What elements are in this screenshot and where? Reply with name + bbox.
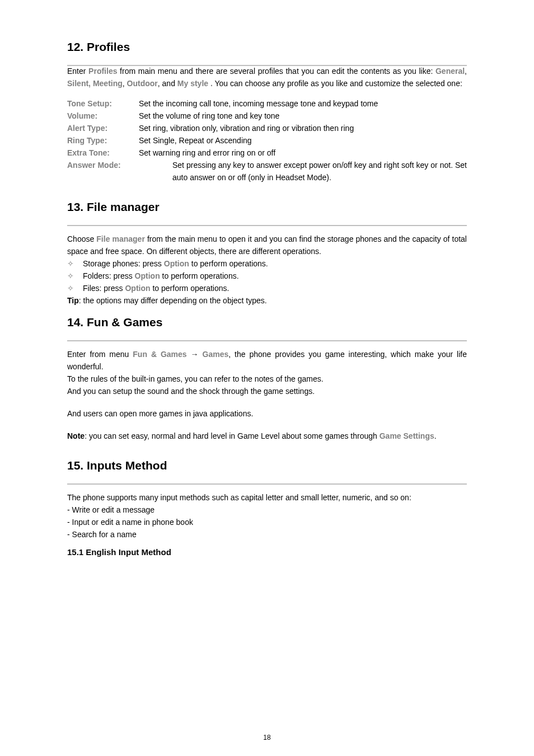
note-label: Note	[67, 431, 85, 440]
def-row-extra-tone: Extra Tone: Set warning ring and error r…	[67, 147, 467, 159]
section-15-l1: - Write or edit a message	[67, 504, 467, 516]
bullet-files: Files: press Option to perform operation…	[67, 282, 467, 294]
text: ,	[123, 79, 127, 88]
def-label: Alert Type:	[67, 122, 139, 134]
section-14-title: 14. Fun & Games	[67, 316, 467, 331]
keyword-option: Option	[135, 271, 160, 280]
def-label: Extra Tone:	[67, 147, 139, 159]
text: from main menu and there are several pro…	[117, 67, 435, 76]
def-value: Set Single, Repeat or Ascending	[139, 134, 467, 147]
keyword-profiles: Profiles	[88, 67, 117, 76]
text: to perform operations.	[189, 259, 268, 268]
def-row-answer-mode: Answer Mode: Set pressing any key to ans…	[67, 159, 467, 184]
section-14-p3: And you can setup the sound and the shoc…	[67, 385, 467, 397]
def-row-alert-type: Alert Type: Set ring, vibration only, vi…	[67, 122, 467, 134]
text: , and	[158, 79, 177, 88]
text: to perform operations.	[151, 284, 229, 293]
def-label: Tone Setup:	[67, 97, 139, 110]
text: You can choose any profile as you like a…	[213, 79, 462, 88]
def-label: Volume:	[67, 110, 139, 122]
section-15-1-title: 15.1 English Input Method	[67, 547, 467, 557]
section-13-rule	[67, 225, 467, 226]
section-13-para: Choose File manager from the main menu t…	[67, 233, 467, 257]
keyword-silent-meeting: Silent, Meeting	[67, 79, 123, 88]
def-label: Ring Type:	[67, 134, 139, 147]
text: : the options may differ depending on th…	[79, 296, 267, 305]
section-15-l3: - Search for a name	[67, 528, 467, 541]
keyword-file-manager: File manager	[96, 234, 145, 243]
def-label: Answer Mode:	[67, 159, 139, 184]
text: to perform operations.	[160, 271, 239, 280]
section-12-title: 12. Profiles	[67, 40, 467, 56]
section-15-rule	[67, 483, 467, 485]
def-row-tone-setup: Tone Setup: Set the incoming call tone, …	[67, 97, 467, 110]
bullet-folders: Folders: press Option to perform operati…	[67, 270, 467, 282]
text: .	[434, 431, 437, 440]
def-value-line1: Set pressing any key to answer except po…	[156, 159, 467, 184]
text: Storage phones: press	[83, 259, 164, 268]
text: Enter	[67, 67, 88, 76]
section-14-note: Note: you can set easy, normal and hard …	[67, 430, 467, 442]
def-value: Set ring, vibration only, vibration and …	[139, 122, 467, 134]
keyword-option: Option	[125, 284, 150, 293]
def-value: Set warning ring and error ring on or of…	[139, 147, 467, 159]
tip-label: Tip	[67, 296, 79, 305]
keyword-general: General	[435, 67, 465, 76]
def-value: Set the incoming call tone, incoming mes…	[139, 97, 467, 110]
section-15-l2: - Input or edit a name in phone book	[67, 516, 467, 528]
text: Folders: press	[83, 271, 135, 280]
section-13-title: 13. File manager	[67, 200, 467, 216]
section-14-p4: And users can open more games in java ap…	[67, 407, 467, 420]
section-15-p1: The phone supports many input methods su…	[67, 491, 467, 504]
text: Files: press	[83, 284, 125, 293]
keyword-fun-and-games: Fun & Games	[133, 350, 186, 359]
arrow-icon: →	[187, 350, 203, 359]
section-14-p2: To the rules of the built-in games, you …	[67, 373, 467, 385]
text: Choose	[67, 234, 96, 243]
keyword-games: Games	[203, 350, 229, 359]
keyword-mystyle: My style .	[177, 79, 213, 88]
section-13-tip: Tip: the options may differ depending on…	[67, 294, 467, 307]
def-row-volume: Volume: Set the volume of ring tone and …	[67, 110, 467, 122]
page-number: 18	[0, 734, 534, 741]
section-15-title: 15. Inputs Method	[67, 459, 467, 475]
section-12-intro: Enter Profiles from main menu and there …	[67, 65, 467, 90]
text: ,	[465, 67, 467, 76]
keyword-option: Option	[164, 259, 189, 268]
keyword-outdoor: Outdoor	[127, 79, 158, 88]
section-14-rule	[67, 340, 467, 341]
text: Enter from menu	[67, 350, 133, 359]
bullet-storage: Storage phones: press Option to perform …	[67, 257, 467, 270]
def-value: Set the volume of ring tone and key tone	[139, 110, 467, 122]
page: 12. Profiles Enter Profiles from main me…	[0, 0, 534, 756]
def-row-ring-type: Ring Type: Set Single, Repeat or Ascendi…	[67, 134, 467, 147]
text: : you can set easy, normal and hard leve…	[85, 431, 380, 440]
section-14-p1: Enter from menu Fun & Games → Games, the…	[67, 348, 467, 373]
keyword-game-settings: Game Settings	[380, 431, 434, 440]
